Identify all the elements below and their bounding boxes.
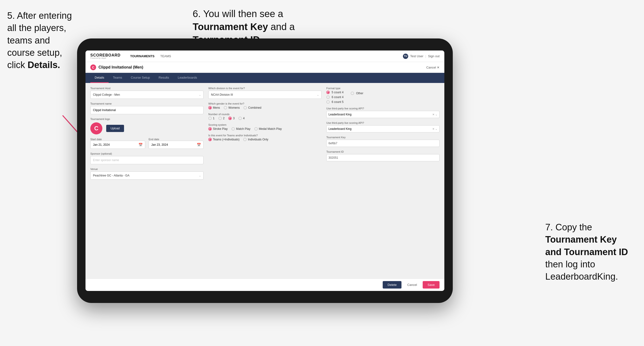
- tournament-id-input[interactable]: 302051: [326, 154, 440, 161]
- end-date-label: End date: [148, 138, 204, 141]
- radio-r3-circle: [228, 117, 232, 120]
- tournament-id-label: Tournament ID: [326, 150, 440, 153]
- logo-preview: C: [90, 122, 102, 134]
- chevron-down-icon: ⌄: [199, 94, 201, 96]
- tablet-screen: SCOREBOARD Powered by clippd TOURNAMENTS…: [86, 50, 444, 291]
- gender-womens[interactable]: Womens: [224, 106, 240, 109]
- api1-select[interactable]: Leaderboard King ✕ ⌄: [326, 111, 440, 118]
- tournament-name-input[interactable]: Clippd Invitational: [90, 106, 204, 114]
- api2-select[interactable]: Leaderboard King ✕ ⌄: [326, 125, 440, 133]
- user-name: Test User: [410, 54, 424, 58]
- round-4[interactable]: 4: [238, 117, 245, 120]
- tablet-frame: SCOREBOARD Powered by clippd TOURNAMENTS…: [77, 38, 453, 303]
- sign-out-link[interactable]: Sign out: [428, 54, 440, 58]
- chevron-down-icon-division: ⌄: [317, 94, 319, 96]
- scoring-group: Scoring system Stroke Play Match Play: [208, 123, 322, 131]
- division-select[interactable]: NCAA Division III ⌄: [208, 91, 322, 99]
- teams-plus-individuals[interactable]: Teams (+Individuals): [208, 138, 240, 141]
- format-6count5[interactable]: 6 count 5: [326, 100, 344, 104]
- tournament-key-group: Tournament Key 6ef6b7: [326, 136, 440, 147]
- scoring-label: Scoring system: [208, 123, 322, 126]
- teams-radio-group: Teams (+Individuals) Individuals Only: [208, 138, 322, 141]
- scoring-medal[interactable]: Medal Match Play: [254, 127, 282, 131]
- sponsor-group: Sponsor (optional) Enter sponsor name: [90, 152, 204, 164]
- form-area: Tournament Host Clippd College - Men ⌄ T…: [86, 83, 444, 278]
- format-6count4[interactable]: 6 count 4: [326, 95, 344, 99]
- nav-tournaments[interactable]: TOURNAMENTS: [130, 53, 154, 59]
- start-date-input[interactable]: Jan 21, 2024 📅: [90, 141, 145, 149]
- tournament-key-input[interactable]: 6ef6b7: [326, 140, 440, 147]
- individuals-only[interactable]: Individuals Only: [243, 138, 268, 141]
- scoring-stroke[interactable]: Stroke Play: [208, 127, 228, 131]
- radio-stroke-circle: [208, 127, 212, 131]
- tab-teams[interactable]: Teams: [108, 73, 126, 83]
- tab-results[interactable]: Results: [154, 73, 174, 83]
- logo-upload-area: C Upload: [90, 122, 204, 134]
- radio-r4-circle: [238, 117, 242, 120]
- tab-details[interactable]: Details: [90, 73, 108, 83]
- radio-womens-circle: [224, 106, 227, 109]
- round-2[interactable]: 2: [218, 117, 225, 120]
- venue-label: Venue: [90, 168, 204, 171]
- tournament-key-label: Tournament Key: [326, 136, 440, 139]
- annotation-bottom-right: 7. Copy the Tournament Key and Tournamen…: [545, 221, 637, 283]
- gender-radio-group: Mens Womens Combined: [208, 106, 322, 109]
- api1-label: Use third-party live scoring API?: [326, 107, 440, 110]
- format-group: Format type 5 count 4 6 count 4: [326, 87, 440, 104]
- calendar-icon-2: 📅: [197, 143, 201, 147]
- tab-bar: Details Teams Course Setup Results Leade…: [86, 73, 444, 83]
- gender-label: Which gender is the event for?: [208, 102, 322, 105]
- nav-teams[interactable]: TEAMS: [160, 53, 171, 59]
- format-other-option[interactable]: Other: [351, 92, 363, 95]
- radio-r1-circle: [208, 117, 212, 120]
- upload-button[interactable]: Upload: [106, 125, 124, 132]
- left-column: Tournament Host Clippd College - Men ⌄ T…: [90, 87, 204, 264]
- round-3[interactable]: 3: [228, 117, 234, 120]
- gender-mens[interactable]: Mens: [208, 106, 220, 109]
- format-5count4[interactable]: 5 count 4: [326, 91, 344, 94]
- tab-leaderboards[interactable]: Leaderboards: [174, 73, 201, 83]
- tournament-host-group: Tournament Host Clippd College - Men ⌄: [90, 87, 204, 99]
- scoring-radio-group: Stroke Play Match Play Medal Match Play: [208, 127, 322, 131]
- topbar-right: TU Test User | Sign out: [403, 54, 440, 59]
- api2-clear-icon[interactable]: ✕ ⌄: [432, 127, 437, 131]
- venue-select[interactable]: Peachtree GC - Atlanta - GA ⌄: [90, 172, 204, 179]
- round-1[interactable]: 1: [208, 117, 214, 120]
- division-group: Which division is the event for? NCAA Di…: [208, 87, 322, 99]
- tournament-host-label: Tournament Host: [90, 87, 204, 90]
- middle-column: Which division is the event for? NCAA Di…: [208, 87, 322, 264]
- cancel-button[interactable]: Cancel: [404, 281, 420, 289]
- save-button[interactable]: Save: [423, 281, 440, 289]
- radio-medal-circle: [254, 127, 258, 131]
- page-header: C Clippd Invitational (Men) Cancel ✕: [86, 62, 444, 73]
- tab-course-setup[interactable]: Course Setup: [126, 73, 154, 83]
- tournament-logo-group: Tournament logo C Upload: [90, 118, 204, 134]
- end-date-group: End date Jan 23, 2024 📅: [148, 138, 204, 149]
- api2-label: Use third-party live scoring API?: [326, 121, 440, 124]
- format-left-options: 5 count 4 6 count 4 6 count 5: [326, 91, 344, 104]
- api1-clear-icon[interactable]: ✕ ⌄: [432, 113, 437, 116]
- api2-group: Use third-party live scoring API? Leader…: [326, 121, 440, 133]
- tournament-name-group: Tournament name Clippd Invitational: [90, 102, 204, 114]
- radio-individuals-circle: [243, 138, 246, 141]
- gender-group: Which gender is the event for? Mens Wome…: [208, 102, 322, 109]
- scoring-match[interactable]: Match Play: [232, 127, 250, 131]
- gender-combined[interactable]: Combined: [244, 106, 261, 109]
- rounds-label: Number of rounds: [208, 113, 322, 116]
- date-row: Start date Jan 21, 2024 📅 End date Jan 2…: [90, 138, 204, 149]
- tournament-name-label: Tournament name: [90, 102, 204, 105]
- tournament-title: Clippd Invitational (Men): [98, 65, 143, 69]
- chevron-down-icon-venue: ⌄: [199, 174, 201, 177]
- teams-label: Is this event for Teams and/or Individua…: [208, 134, 322, 137]
- format-options-row: 5 count 4 6 count 4 6 count 5: [326, 91, 440, 104]
- end-date-input[interactable]: Jan 23, 2024 📅: [148, 141, 204, 149]
- tournament-host-select[interactable]: Clippd College - Men ⌄: [90, 91, 204, 99]
- annotation-left: 5. After entering all the players, teams…: [7, 10, 75, 71]
- delete-button[interactable]: Delete: [383, 281, 402, 289]
- radio-6c4-circle: [326, 95, 330, 99]
- sponsor-input[interactable]: Enter sponsor name: [90, 156, 204, 164]
- division-label: Which division is the event for?: [208, 87, 322, 90]
- page-cancel-button[interactable]: Cancel ✕: [426, 66, 440, 69]
- scoreboard-logo: SCOREBOARD Powered by clippd: [90, 53, 121, 59]
- right-column: Format type 5 count 4 6 count 4: [326, 87, 440, 264]
